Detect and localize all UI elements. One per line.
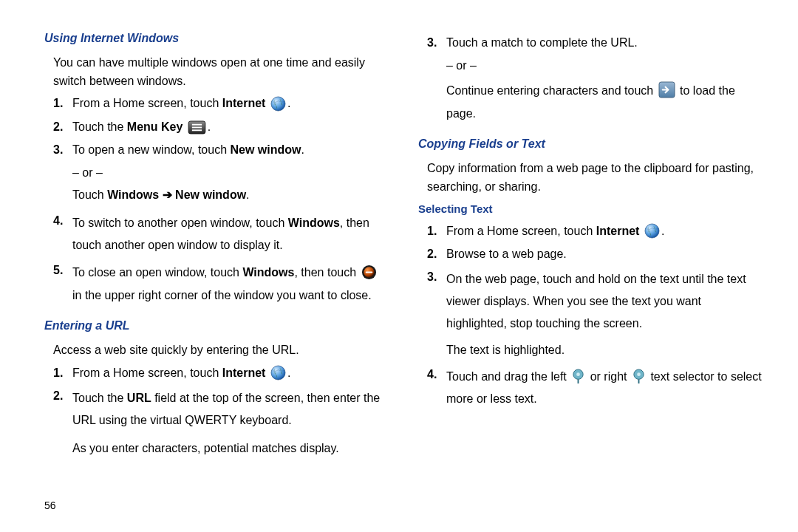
step-alt: Touch Windows ➔ New window. <box>72 186 389 205</box>
step-number: 1. <box>53 95 72 113</box>
step-text: To open a new window, touch New window. <box>72 141 389 160</box>
step-text: Browse to a web page. <box>446 245 763 264</box>
menu-key-icon <box>188 118 206 137</box>
step-number: 4. <box>53 212 72 257</box>
right-column: 3. Touch a match to complete the URL. – … <box>418 30 763 463</box>
step-number: 4. <box>427 366 446 411</box>
text-selector-left-icon <box>571 366 585 388</box>
step-number: 5. <box>53 262 72 307</box>
step-number: 1. <box>427 222 446 241</box>
internet-globe-icon <box>270 95 286 114</box>
step-text: From a Home screen, touch Internet . <box>446 222 763 241</box>
internet-globe-icon <box>270 364 286 383</box>
left-column: Using Internet Windows You can have mult… <box>44 30 389 463</box>
step-text: On the web page, touch and hold on the t… <box>446 268 763 335</box>
step-text: To switch to another open window, touch … <box>72 212 389 257</box>
step-number: 2. <box>53 118 72 137</box>
close-window-icon <box>361 262 377 284</box>
or-separator: – or – <box>72 164 389 183</box>
go-arrow-icon <box>658 80 675 102</box>
step-number: 2. <box>53 387 72 432</box>
or-separator: – or – <box>446 57 763 75</box>
step-sub: The text is highlighted. <box>446 341 763 360</box>
intro-copying-fields: Copy information from a web page to the … <box>427 160 763 197</box>
heading-using-internet-windows: Using Internet Windows <box>44 30 389 48</box>
step-text: From a Home screen, touch Internet . <box>72 95 389 113</box>
step-text: From a Home screen, touch Internet . <box>72 364 389 383</box>
steps-entering-url: 1. From a Home screen, touch Internet . … <box>53 364 389 458</box>
page-number: 56 <box>44 499 56 511</box>
step-number: 3. <box>427 34 446 52</box>
step-text: Touch and drag the left or right text se… <box>446 366 763 411</box>
internet-globe-icon <box>644 222 660 241</box>
step-number: 2. <box>427 245 446 264</box>
step-text: Touch the Menu Key . <box>72 118 389 137</box>
heading-copying-fields: Copying Fields or Text <box>418 135 763 154</box>
steps-selecting-text: 1. From a Home screen, touch Internet . … <box>427 222 763 411</box>
step-number: 3. <box>53 141 72 160</box>
step-sub: As you enter characters, potential match… <box>72 440 389 458</box>
step-text: Touch a match to complete the URL. <box>446 34 763 52</box>
step-text: Touch the URL field at the top of the sc… <box>72 387 389 432</box>
step-number: 3. <box>427 268 446 335</box>
step-text: To close an open window, touch Windows, … <box>72 262 389 307</box>
intro-using-internet-windows: You can have multiple windows open at on… <box>53 54 389 91</box>
steps-using-internet-windows: 1. From a Home screen, touch Internet . … <box>53 95 389 307</box>
text-selector-right-icon <box>632 366 646 388</box>
steps-entering-url-cont: 3. Touch a match to complete the URL. – … <box>427 34 763 125</box>
step-alt: Continue entering characters and touch t… <box>446 80 763 125</box>
heading-selecting-text: Selecting Text <box>418 200 763 217</box>
heading-entering-url: Entering a URL <box>44 317 389 335</box>
step-number: 1. <box>53 364 72 383</box>
intro-entering-url: Access a web site quickly by entering th… <box>53 341 389 360</box>
